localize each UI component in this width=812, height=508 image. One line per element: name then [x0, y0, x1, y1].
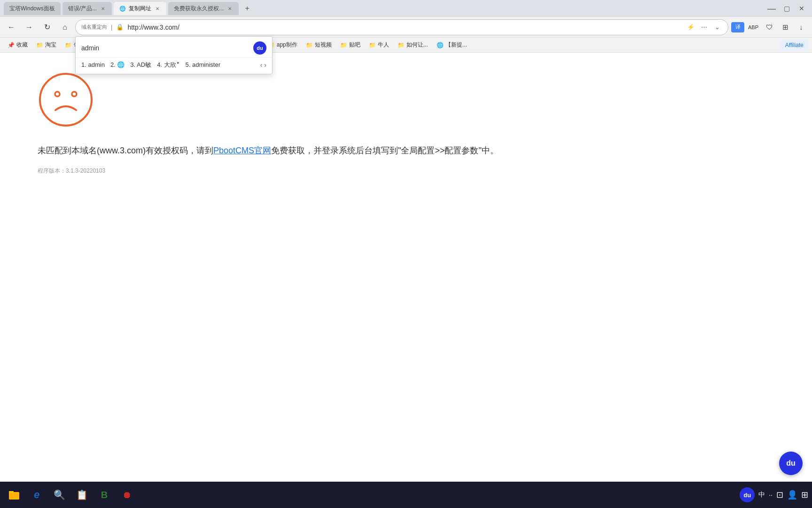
folder-icon: 📁	[36, 42, 43, 48]
folder-icon-12: 📁	[369, 42, 376, 48]
shield-button[interactable]: 🛡	[762, 20, 776, 34]
suggestion-4[interactable]: 4. 大欣✴	[157, 61, 180, 69]
bookmark-niuren[interactable]: 📁 牛人	[365, 40, 393, 51]
autocomplete-suggestions: 1. admin 2. 🌐 3. AD敏 4. 大欣✴ 5. administe…	[76, 58, 272, 72]
taskbar-explorer[interactable]	[4, 484, 24, 505]
browser-window: 宝塔Windows面板 错误/产品... ✕ 🌐 复制网址 ✕ 免费获取永久授权…	[0, 0, 812, 508]
folder-icon-2: 📁	[65, 42, 72, 48]
apps-button[interactable]: ⊞	[778, 20, 792, 34]
svg-point-2	[72, 92, 77, 96]
autocomplete-input-row: admin du	[76, 39, 272, 58]
sad-face-icon	[38, 71, 94, 128]
more-options-icon[interactable]: ⋯	[699, 22, 709, 32]
suggestion-5[interactable]: 5. administer	[186, 61, 220, 68]
tab-2-close[interactable]: ✕	[100, 5, 106, 12]
folder-icon-10: 📁	[306, 42, 313, 48]
bookmark-video[interactable]: 📁 短视频	[302, 40, 336, 51]
lightning-icon[interactable]: ⚡	[686, 22, 696, 32]
tab-1-label: 宝塔Windows面板	[9, 5, 55, 13]
version-label: 程序版本：	[38, 167, 66, 174]
bookmark-ruhe[interactable]: 📁 如何让...	[394, 40, 432, 51]
tray-square-icon[interactable]: ⊡	[776, 490, 783, 500]
svg-point-1	[55, 92, 60, 96]
tab-3[interactable]: 🌐 复制网址 ✕	[114, 2, 166, 15]
taskbar-app4[interactable]: 📋	[71, 484, 92, 505]
tab-2[interactable]: 错误/产品... ✕	[62, 2, 112, 15]
tab-4-label: 免费获取永久授权...	[174, 5, 224, 13]
tray-dots: ∙∙	[769, 491, 773, 499]
refresh-icon: ↻	[44, 23, 50, 32]
version-number: 3.1.3-20220103	[66, 167, 105, 174]
tray-user-icon[interactable]: 👤	[787, 490, 797, 500]
address-bar[interactable]: 域名重定向 | 🔒 http://www.3.com/ ⚡ ⋯ ⌄	[75, 19, 728, 35]
error-text-after: 免费获取，并登录系统后台填写到"全局配置>>配置参数"中。	[271, 146, 499, 155]
bookmark-tieba[interactable]: 📁 贴吧	[336, 40, 364, 51]
system-tray: du 中 ∙∙ ⊡ 👤 ⊞	[740, 487, 808, 502]
folder-icon-13: 📁	[398, 42, 405, 48]
error-text-before: 未匹配到本域名(www.3.com)有效授权码，请到	[38, 146, 213, 155]
adblock-button[interactable]: ABP	[746, 20, 760, 34]
navigation-toolbar: ← → ↻ ⌂ 域名重定向 | 🔒 http://www.3.com/ ⚡ ⋯ …	[0, 17, 812, 38]
home-icon: ⌂	[62, 23, 67, 32]
tray-grid-icon[interactable]: ⊞	[801, 490, 808, 500]
autocomplete-text: admin	[81, 44, 250, 52]
taskbar: e 🔍 📋 B ⏺ du 中 ∙∙ ⊡ 👤 ⊞	[0, 482, 812, 508]
tab-2-label: 错误/产品...	[68, 5, 97, 13]
pbootcms-link[interactable]: PbootCMS官网	[213, 146, 271, 155]
suggestion-nav: ‹ ›	[260, 61, 266, 69]
forward-button[interactable]: →	[22, 20, 37, 35]
suggestion-next[interactable]: ›	[264, 61, 266, 69]
home-button[interactable]: ⌂	[57, 20, 72, 35]
tab-3-close[interactable]: ✕	[154, 5, 161, 12]
affiliate-label: Affiliate	[785, 42, 804, 48]
url-text: http://www.3.com/	[127, 24, 682, 31]
tab-4-close[interactable]: ✕	[226, 5, 233, 12]
svg-rect-3	[9, 492, 19, 500]
suggestion-prev[interactable]: ‹	[260, 61, 263, 69]
error-message: 未匹配到本域名(www.3.com)有效授权码，请到PbootCMS官网免费获取…	[38, 144, 774, 158]
suggestion-3[interactable]: 3. AD敏	[130, 61, 151, 69]
title-bar: 宝塔Windows面板 错误/产品... ✕ 🌐 复制网址 ✕ 免费获取永久授权…	[0, 0, 812, 17]
taskbar-search[interactable]: 🔍	[49, 484, 70, 505]
add-tab-button[interactable]: +	[241, 2, 254, 15]
tab-3-label: 复制网址	[129, 5, 151, 13]
baidu-logo: du	[253, 41, 266, 55]
bookmark-xin[interactable]: 🌐 【新提...	[433, 40, 471, 51]
explorer-icon	[8, 488, 21, 501]
tray-baidu-logo[interactable]: du	[740, 487, 755, 502]
restore-btn[interactable]: ▢	[780, 2, 793, 15]
close-btn[interactable]: ✕	[795, 2, 808, 15]
address-bar-container: 域名重定向 | 🔒 http://www.3.com/ ⚡ ⋯ ⌄ admin …	[75, 19, 728, 35]
window-controls: — ▢ ✕	[765, 2, 808, 15]
autocomplete-dropdown: admin du 1. admin 2. 🌐 3. AD敏 4. 大欣✴ 5. …	[75, 36, 273, 74]
forward-icon: →	[25, 23, 33, 32]
tray-ime[interactable]: 中	[758, 491, 765, 499]
refresh-button[interactable]: ↻	[39, 20, 55, 35]
tab-4[interactable]: 免费获取永久授权... ✕	[168, 2, 239, 15]
bookmark-taobao[interactable]: 📁 淘宝	[32, 40, 60, 51]
bookmark-affiliate[interactable]: Affiliate	[781, 40, 808, 51]
bookmark-collections[interactable]: 📌 收藏	[4, 40, 31, 51]
suggestion-2[interactable]: 2. 🌐	[110, 61, 125, 68]
minimize-btn[interactable]: —	[765, 2, 778, 15]
expand-icon[interactable]: ⌄	[712, 22, 722, 32]
suggestion-1[interactable]: 1. admin	[81, 61, 105, 68]
download-button[interactable]: ↓	[794, 20, 808, 34]
baidu-float-button[interactable]: du	[779, 452, 803, 475]
translate-button[interactable]: 译	[731, 22, 744, 32]
taskbar-ie[interactable]: e	[26, 484, 47, 505]
folder-icon-11: 📁	[340, 42, 347, 48]
back-icon: ←	[8, 23, 15, 32]
collections-icon: 📌	[8, 42, 15, 48]
taskbar-record[interactable]: ⏺	[117, 484, 137, 505]
globe-icon: 🌐	[437, 42, 444, 48]
tab-1[interactable]: 宝塔Windows面板	[4, 2, 61, 15]
svg-rect-4	[9, 491, 14, 493]
baidu-float-label: du	[786, 459, 796, 468]
back-button[interactable]: ←	[4, 20, 19, 35]
svg-point-0	[40, 74, 92, 126]
taskbar-app5[interactable]: B	[94, 484, 115, 505]
page-content: 未匹配到本域名(www.3.com)有效授权码，请到PbootCMS官网免费获取…	[0, 53, 812, 508]
address-icons: ⚡ ⋯ ⌄	[686, 22, 722, 32]
toolbar-right: 译 ABP 🛡 ⊞ ↓	[731, 20, 808, 34]
